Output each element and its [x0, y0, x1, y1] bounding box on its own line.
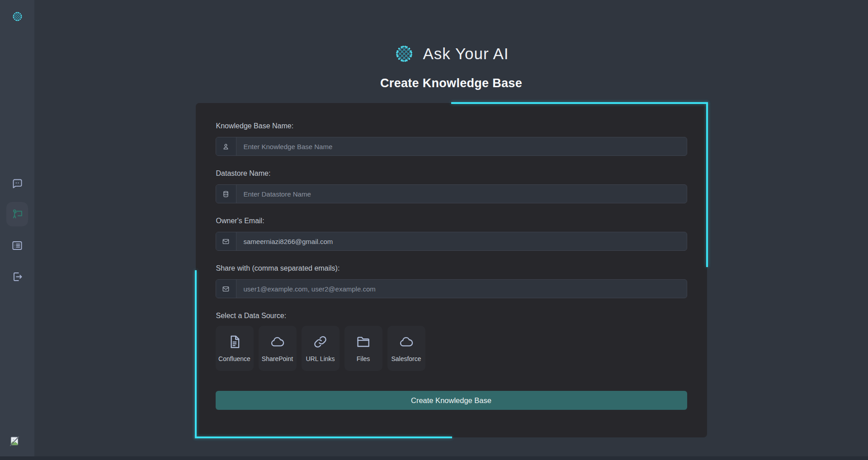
kb-name-input[interactable] — [236, 137, 687, 155]
data-source-url-links[interactable]: URL Links — [302, 326, 340, 371]
create-knowledge-base-button[interactable]: Create Knowledge Base — [216, 391, 687, 410]
database-icon — [216, 185, 236, 203]
brand-header: Ask Your AI — [34, 0, 868, 65]
app-logo-icon[interactable] — [11, 10, 24, 23]
kb-name-input-row — [216, 137, 687, 156]
owner-email-input-row — [216, 232, 687, 251]
tile-label: Confluence — [218, 355, 250, 362]
kb-name-label: Knowledge Base Name: — [216, 122, 687, 130]
broken-avatar-image[interactable] — [9, 435, 20, 447]
brand-lattice-icon — [393, 43, 415, 65]
create-kb-form-card: Knowledge Base Name: Datastore Name: O — [196, 103, 707, 437]
share-with-label: Share with (comma separated emails): — [216, 264, 687, 272]
data-source-salesforce[interactable]: Salesforce — [387, 326, 425, 371]
share-with-input[interactable] — [236, 280, 687, 298]
broken-image-icon — [9, 435, 20, 447]
data-source-confluence[interactable]: Confluence — [216, 326, 254, 371]
page-title: Create Knowledge Base — [34, 76, 868, 90]
data-source-files[interactable]: Files — [344, 326, 382, 371]
owner-email-label: Owner's Email: — [216, 217, 687, 225]
mail-icon — [216, 232, 236, 250]
datastore-name-label: Datastore Name: — [216, 169, 687, 178]
share-with-input-row — [216, 279, 687, 298]
presentation-icon — [11, 208, 24, 221]
datastore-name-input[interactable] — [236, 185, 687, 203]
accent-border-right — [706, 102, 708, 267]
user-icon — [216, 137, 236, 155]
cloud-icon — [270, 334, 285, 349]
data-source-sharepoint[interactable]: SharePoint — [259, 326, 297, 371]
sidebar — [0, 0, 34, 460]
accent-border-left — [195, 270, 197, 438]
file-text-icon — [227, 334, 242, 349]
link-icon — [313, 334, 328, 349]
sidebar-item-knowledge-base[interactable] — [6, 202, 28, 226]
tile-label: Files — [357, 355, 370, 362]
mail-icon — [216, 280, 236, 298]
accent-border-top — [451, 102, 708, 104]
logout-icon[interactable] — [11, 271, 24, 283]
folder-icon — [356, 334, 371, 349]
bottom-edge-strip — [0, 456, 868, 460]
main-content: Ask Your AI Create Knowledge Base Knowle… — [34, 0, 868, 460]
tile-label: SharePoint — [262, 355, 293, 362]
data-source-tiles: Confluence SharePoint URL Links — [216, 326, 687, 371]
tile-label: Salesforce — [391, 355, 421, 362]
accent-border-bottom — [195, 437, 452, 438]
owner-email-input[interactable] — [236, 232, 687, 250]
datastore-name-input-row — [216, 184, 687, 203]
chat-bubble-icon[interactable] — [11, 178, 24, 190]
cloud-icon — [399, 334, 414, 349]
data-source-label: Select a Data Source: — [216, 312, 687, 320]
tile-label: URL Links — [306, 355, 335, 362]
brand-name: Ask Your AI — [423, 45, 509, 63]
list-icon[interactable] — [11, 239, 24, 252]
